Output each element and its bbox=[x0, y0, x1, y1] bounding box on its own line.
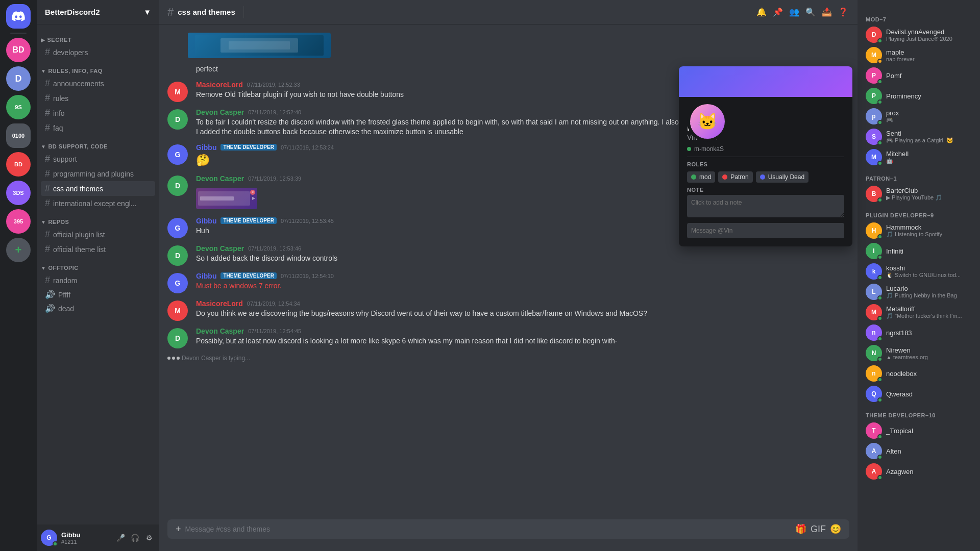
member-kosshi[interactable]: k kosshi 🐧 Switch to GNU/Linux tod... bbox=[862, 261, 976, 282]
avatar[interactable]: D bbox=[167, 245, 188, 266]
member-prominency[interactable]: P Prominency bbox=[862, 86, 976, 106]
message-author[interactable]: Gibbu bbox=[196, 143, 216, 152]
server-menu-chevron: ▼ bbox=[143, 8, 151, 16]
member-name: Senti bbox=[886, 130, 953, 137]
member-hammmock[interactable]: H Hammmock 🎵 Listening to Spotify bbox=[862, 220, 976, 241]
message-author[interactable]: Gibbu bbox=[196, 217, 216, 225]
notification-bell-icon[interactable]: 🔔 bbox=[755, 6, 768, 18]
channel-international[interactable]: # international except engl... bbox=[41, 196, 155, 211]
avatar[interactable]: M bbox=[167, 300, 188, 321]
message-author[interactable]: MasicoreLord bbox=[196, 81, 243, 89]
member-tropical[interactable]: T _Tropical bbox=[862, 420, 976, 441]
message-image: × ▶ bbox=[196, 188, 257, 209]
member-infiniti[interactable]: I Infiniti bbox=[862, 241, 976, 261]
server-icon-2[interactable]: D bbox=[6, 66, 31, 91]
channel-announcements[interactable]: # announcements bbox=[41, 76, 155, 91]
channel-dead[interactable]: 🔊 dead bbox=[41, 302, 155, 315]
member-lucario[interactable]: L Lucario 🎵 Putting Nebby in the Bag bbox=[862, 282, 976, 302]
message-input[interactable] bbox=[185, 519, 791, 539]
member-senti[interactable]: S Senti 🎮 Playing as a Catgirl. 🐱 bbox=[862, 127, 976, 147]
emoji-icon[interactable]: 😊 bbox=[830, 523, 841, 535]
member-pomf[interactable]: P Pomf bbox=[862, 65, 976, 86]
category-rules-info-faq[interactable]: ▼ RULES, INFO, FAQ bbox=[37, 60, 159, 76]
popup-friend-status: m-monkaS bbox=[687, 145, 844, 153]
category-offtopic[interactable]: ▼ OFFTOPIC bbox=[37, 257, 159, 273]
inbox-icon[interactable]: 📥 bbox=[821, 6, 833, 18]
category-bd-support[interactable]: ▼ BD SUPPORT, CODE bbox=[37, 135, 159, 152]
channel-developers[interactable]: # developers bbox=[41, 45, 155, 60]
member-prox[interactable]: p prox 🎮 bbox=[862, 106, 976, 127]
note-input[interactable] bbox=[687, 195, 844, 217]
member-metalloriff[interactable]: M Metalloriff 🎵 "Mother fucker's think I… bbox=[862, 302, 976, 322]
category-repos[interactable]: ▼ REPOS bbox=[37, 211, 159, 227]
channel-css-themes[interactable]: # css and themes bbox=[41, 181, 155, 196]
member-noodlebox[interactable]: n noodlebox bbox=[862, 363, 976, 384]
message-author[interactable]: Devon Casper bbox=[196, 174, 244, 183]
channel-plugin-list[interactable]: # official plugin list bbox=[41, 227, 155, 242]
discord-home-button[interactable] bbox=[6, 4, 31, 29]
message-author[interactable]: Devon Casper bbox=[196, 327, 244, 335]
member-info: maple nap forever bbox=[886, 48, 915, 62]
member-devilslynnaveged[interactable]: D DevilsLynnAvenged Playing Just Dance® … bbox=[862, 24, 976, 45]
message-author[interactable]: Devon Casper bbox=[196, 244, 244, 253]
channel-pffff[interactable]: 🔊 Pffff bbox=[41, 288, 155, 302]
channel-theme-list[interactable]: # official theme list bbox=[41, 242, 155, 257]
status-dot bbox=[877, 140, 883, 145]
member-qwerasd[interactable]: Q Qwerasd bbox=[862, 384, 976, 404]
server-icon-6[interactable]: 3DS bbox=[6, 181, 31, 205]
channel-rules[interactable]: # rules bbox=[41, 91, 155, 106]
role-color-dot bbox=[760, 174, 765, 180]
channel-faq[interactable]: # faq bbox=[41, 120, 155, 135]
member-avatar: p bbox=[866, 108, 882, 124]
server-name-header[interactable]: BetterDiscord2 ▼ bbox=[37, 0, 159, 24]
server-icon-5[interactable]: BD bbox=[6, 152, 31, 177]
member-ngrst183[interactable]: n ngrst183 bbox=[862, 322, 976, 343]
add-server-button[interactable]: + bbox=[6, 238, 31, 262]
avatar[interactable]: G bbox=[167, 273, 188, 293]
channel-info[interactable]: # info bbox=[41, 106, 155, 120]
channel-support[interactable]: # support bbox=[41, 152, 155, 166]
member-name: Nirewen bbox=[886, 346, 928, 354]
avatar[interactable]: D bbox=[167, 176, 188, 196]
server-icon-1[interactable]: BD bbox=[6, 38, 31, 62]
message-author[interactable]: MasicoreLord bbox=[196, 299, 243, 308]
avatar[interactable]: D bbox=[167, 328, 188, 348]
search-icon[interactable]: 🔍 bbox=[804, 6, 817, 18]
member-info: Nirewen ▲ teamtrees.org bbox=[886, 346, 928, 360]
mute-button[interactable]: 🎤 bbox=[114, 532, 127, 544]
server-icon-7[interactable]: 395 bbox=[6, 209, 31, 234]
avatar[interactable]: G bbox=[167, 218, 188, 238]
server-icon-3[interactable]: 9S bbox=[6, 95, 31, 119]
member-avatar: S bbox=[866, 129, 882, 145]
channel-programming[interactable]: # programming and plugins bbox=[41, 166, 155, 181]
members-list-icon[interactable]: 👥 bbox=[788, 6, 800, 18]
message-timestamp: 07/11/2019, 12:53:45 bbox=[281, 218, 334, 224]
member-azagwen[interactable]: A Azagwen bbox=[862, 461, 976, 482]
avatar[interactable]: G bbox=[167, 144, 188, 165]
role-usually-dead: Usually Dead bbox=[756, 171, 808, 183]
speaker-icon: 🔊 bbox=[45, 290, 55, 299]
gif-icon[interactable]: GIF bbox=[811, 524, 826, 535]
settings-button[interactable]: ⚙ bbox=[143, 532, 155, 544]
server-icon-4[interactable]: 0100 bbox=[6, 123, 31, 148]
hash-icon: # bbox=[45, 244, 50, 255]
message-author[interactable]: Devon Casper bbox=[196, 108, 244, 116]
member-maple[interactable]: M maple nap forever bbox=[862, 45, 976, 65]
member-mitchell[interactable]: M Mitchell 🤖 bbox=[862, 147, 976, 167]
avatar[interactable]: M bbox=[167, 82, 188, 102]
category-secret[interactable]: ▶ SECRET bbox=[37, 29, 159, 45]
help-icon[interactable]: ❓ bbox=[837, 6, 849, 18]
member-barterclub[interactable]: B BarterClub ▶ Playing YouTube 🎵 bbox=[862, 184, 976, 204]
pin-icon[interactable]: 📌 bbox=[772, 6, 784, 18]
member-category-theme-dev: THEME DEVELOPER–10 bbox=[862, 404, 976, 420]
user-popup: 🐱 Pomf Vin#0911 m-monkaS ROLES mod Patro… bbox=[679, 66, 852, 246]
member-alten[interactable]: A Alten bbox=[862, 441, 976, 461]
member-nirewen[interactable]: N Nirewen ▲ teamtrees.org bbox=[862, 343, 976, 363]
message-author[interactable]: Gibbu bbox=[196, 272, 216, 280]
deafen-button[interactable]: 🎧 bbox=[129, 532, 141, 544]
channel-random[interactable]: # random bbox=[41, 273, 155, 288]
message-popup-input[interactable] bbox=[687, 223, 844, 238]
avatar[interactable]: D bbox=[167, 109, 188, 130]
gift-icon[interactable]: 🎁 bbox=[795, 523, 806, 535]
attachment-icon[interactable]: + bbox=[176, 524, 181, 535]
